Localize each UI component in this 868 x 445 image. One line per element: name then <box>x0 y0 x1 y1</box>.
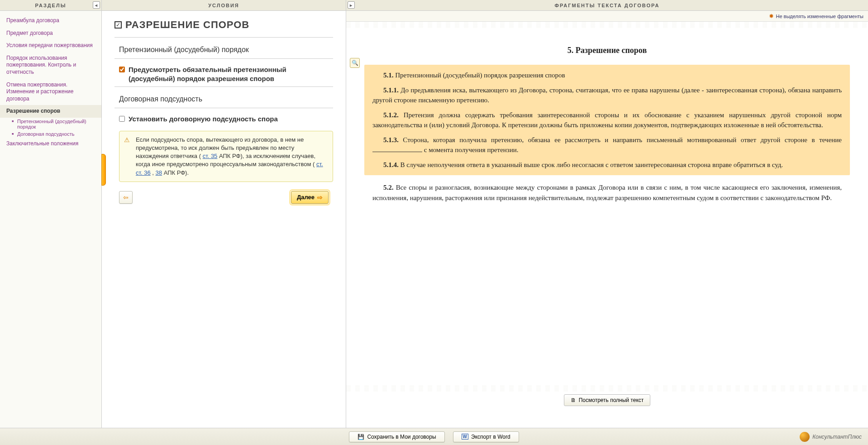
checkbox-pretrial-label: Предусмотреть обязательный претензионный… <box>129 65 333 84</box>
para-text: Претензия должна содержать требования за… <box>372 111 842 129</box>
fragment-section-name: Разрешение споров <box>576 46 647 55</box>
divider <box>114 58 333 59</box>
conditions-panel: УСЛОВИЯ ✓ РАЗРЕШЕНИЕ СПОРОВ Претензионны… <box>102 0 346 428</box>
info-text-4: АПК РФ). <box>164 169 189 176</box>
fragment-section-num: 5. <box>568 46 576 55</box>
highlighted-block: 5.1. Претензионный (досудебный) порядок … <box>364 65 850 175</box>
sidebar-item-disputes[interactable]: Разрешение споров <box>0 105 101 118</box>
save-button[interactable]: 💾 Сохранить в Мои договоры <box>349 431 444 442</box>
sidebar-sub-pretrial[interactable]: Претензионный (досудебный) порядок <box>9 118 101 130</box>
para-num: 5.1.2. <box>383 111 399 119</box>
checkbox-jurisdiction-row[interactable]: Установить договорную подсудность спора <box>114 112 333 126</box>
checkbox-pretrial-row[interactable]: Предусмотреть обязательный претензионный… <box>114 62 333 86</box>
blank-field <box>372 146 422 153</box>
toggle-highlight-label: Не выделять измененные фрагменты <box>776 14 863 19</box>
view-full-wrap: 🗎 Посмотреть полный текст <box>346 394 868 406</box>
brand: КонсультантПлюс <box>800 432 862 442</box>
para-num: 5.2. <box>383 184 394 191</box>
link-st38[interactable]: 38 <box>156 169 162 176</box>
nav-buttons: ⇦ Далее⇨ <box>114 191 333 204</box>
info-text-3: , <box>152 169 155 176</box>
export-label: Экспорт в Word <box>471 434 510 440</box>
brand-label: КонсультантПлюс <box>812 434 862 440</box>
para-5-2: 5.2. Все споры и разногласия, возникающи… <box>372 182 842 203</box>
fragment-section-title: 5. Разрешение споров <box>364 44 850 57</box>
para-text: Все споры и разногласия, возникающие меж… <box>372 184 842 201</box>
para-text: Претензионный (досудебный) порядок разре… <box>394 72 565 79</box>
para-text: Сторона, которая получила претензию, обя… <box>399 136 842 144</box>
title-checkmark-icon: ✓ <box>114 21 122 29</box>
warning-icon: ⚠ <box>124 136 131 143</box>
conditions-header-title: УСЛОВИЯ <box>208 3 239 8</box>
view-full-text-button[interactable]: 🗎 Посмотреть полный текст <box>564 394 651 406</box>
conditions-header: УСЛОВИЯ <box>102 0 346 11</box>
save-icon: 💾 <box>358 434 364 440</box>
para-5-1-3: 5.1.3. Сторона, которая получила претенз… <box>372 135 842 155</box>
footer: 💾 Сохранить в Мои договоры W Экспорт в W… <box>0 428 868 445</box>
para-5-1-4: 5.1.4. В случае неполучения ответа в ука… <box>372 160 842 170</box>
plain-block: 5.2. Все споры и разногласия, возникающи… <box>364 182 850 203</box>
fragments-toolbar: ✸ Не выделять измененные фрагменты <box>346 11 868 22</box>
next-button[interactable]: Далее⇨ <box>291 191 329 204</box>
para-num: 5.1.4. <box>383 161 399 168</box>
highlight-icon: ✸ <box>769 13 774 19</box>
save-label: Сохранить в Мои договоры <box>367 434 436 440</box>
page-title-row: ✓ РАЗРЕШЕНИЕ СПОРОВ <box>114 19 333 31</box>
para-num: 5.1.3. <box>383 136 399 144</box>
fragment-body: 🔍 5. Разрешение споров 5.1. Претензионны… <box>346 28 868 428</box>
brand-icon <box>800 432 810 442</box>
sidebar-subitems: Претензионный (досудебный) порядок Догов… <box>0 118 101 138</box>
fragments-header: ▸ ФРАГМЕНТЫ ТЕКСТА ДОГОВОРА <box>346 0 868 11</box>
subsection-jurisdiction-title: Договорная подсудность <box>114 91 333 108</box>
page-title: РАЗРЕШЕНИЕ СПОРОВ <box>125 19 249 31</box>
document-icon: 🗎 <box>571 397 576 403</box>
conditions-body: ✓ РАЗРЕШЕНИЕ СПОРОВ Претензионный (досуд… <box>102 11 346 428</box>
torn-edge-bottom <box>346 385 868 392</box>
sidebar-item-subject[interactable]: Предмет договора <box>0 27 101 40</box>
torn-edge-top <box>346 22 868 28</box>
para-5-1-2: 5.1.2. Претензия должна содержать требов… <box>372 110 842 130</box>
export-word-button[interactable]: W Экспорт в Word <box>453 431 519 442</box>
para-text: В случае неполучения ответа в указанный … <box>399 161 783 168</box>
subsection-pretrial-title: Претензионный (досудебный) порядок <box>114 41 333 58</box>
view-full-text-label: Посмотреть полный текст <box>579 397 644 403</box>
para-5-1-1: 5.1.1. До предъявления иска, вытекающего… <box>372 85 842 105</box>
para-num: 5.1.1. <box>383 86 399 94</box>
para-text: с момента получения претензии. <box>422 146 519 153</box>
divider <box>114 86 333 87</box>
sidebar-item-procedure[interactable]: Порядок использования пожертвования. Кон… <box>0 52 101 79</box>
sidebar-sub-jurisdiction[interactable]: Договорная подсудность <box>9 130 101 138</box>
sidebar-item-transfer[interactable]: Условия передачи пожертвования <box>0 39 101 52</box>
divider <box>114 37 333 38</box>
sections-list: Преамбула договора Предмет договора Усло… <box>0 11 101 154</box>
fragments-panel: ▸ ФРАГМЕНТЫ ТЕКСТА ДОГОВОРА ✸ Не выделят… <box>346 0 868 428</box>
fragments-header-title: ФРАГМЕНТЫ ТЕКСТА ДОГОВОРА <box>555 3 660 8</box>
sidebar-item-final[interactable]: Заключительные положения <box>0 138 101 150</box>
word-icon: W <box>462 434 468 440</box>
checkbox-jurisdiction[interactable] <box>119 116 125 122</box>
sections-header: РАЗДЕЛЫ ◂ <box>0 0 101 11</box>
para-5-1: 5.1. Претензионный (досудебный) порядок … <box>372 70 842 81</box>
para-num: 5.1. <box>383 72 394 79</box>
checkbox-jurisdiction-label: Установить договорную подсудность спора <box>129 115 333 124</box>
info-box: ⚠ Если подсудность спора, вытекающего из… <box>119 131 333 182</box>
para-text: До предъявления иска, вытекающего из Дог… <box>372 86 842 104</box>
sections-panel: РАЗДЕЛЫ ◂ Преамбула договора Предмет дог… <box>0 0 102 428</box>
toggle-highlight-link[interactable]: ✸ Не выделять измененные фрагменты <box>769 13 863 19</box>
expand-fragments-icon[interactable]: ▸ <box>348 1 355 9</box>
collapse-sections-icon[interactable]: ◂ <box>93 1 100 9</box>
find-fragment-icon[interactable]: 🔍 <box>350 58 360 68</box>
link-st35[interactable]: ст. 35 <box>203 153 218 159</box>
arrow-right-icon: ⇨ <box>317 194 323 201</box>
sections-header-title: РАЗДЕЛЫ <box>35 3 67 8</box>
back-button[interactable]: ⇦ <box>119 191 133 204</box>
next-button-label: Далее <box>297 194 315 201</box>
sidebar-item-preamble[interactable]: Преамбула договора <box>0 14 101 27</box>
divider <box>114 108 333 108</box>
arrow-left-icon: ⇦ <box>123 194 129 201</box>
checkbox-pretrial[interactable] <box>119 67 125 72</box>
sidebar-item-cancel[interactable]: Отмена пожертвования. Изменение и растор… <box>0 79 101 105</box>
side-tab-handle[interactable] <box>101 154 106 186</box>
